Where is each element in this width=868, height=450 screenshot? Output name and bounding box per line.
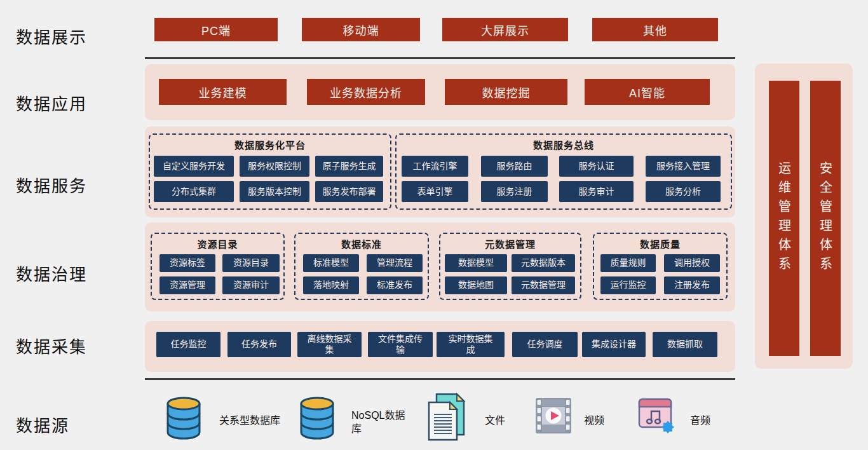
governance-item: 元数据管理 (512, 276, 575, 294)
governance-item: 资源管理 (159, 276, 215, 294)
collection-item: 任务调度 (512, 332, 578, 357)
source-label: 视频 (584, 414, 604, 428)
source-label: NoSQL数据库 (351, 409, 407, 436)
display-block-mobile: 移动端 (302, 18, 420, 41)
service-item: 工作流引擎 (402, 156, 468, 177)
governance-item: 注册发布 (664, 276, 720, 294)
ops-management-label: 运维管理体系 (775, 161, 794, 276)
audio-icon (637, 395, 677, 436)
source-label: 音频 (690, 414, 710, 428)
governance-item: 资源目录 (222, 254, 280, 272)
governance-item: 调用授权 (664, 254, 720, 272)
governance-item: 元数据版本 (512, 254, 575, 272)
governance-item: 资源标签 (159, 254, 215, 272)
application-block: 数据挖掘 (445, 79, 567, 105)
security-management-bar: 安全管理体系 (810, 81, 841, 356)
collection-item: 集成设计器 (582, 332, 646, 357)
service-item: 分布式集群 (154, 181, 234, 202)
service-item: 服务接入管理 (646, 156, 721, 177)
service-item: 服务认证 (559, 156, 634, 177)
display-block-bigscreen: 大屏展示 (442, 18, 568, 41)
collection-item: 文件集成传输 (368, 332, 433, 357)
governance-group-title: 数据标准 (295, 237, 428, 250)
governance-item: 运行监控 (600, 276, 656, 294)
collection-item: 任务发布 (227, 332, 291, 357)
collection-item: 离线数据采集 (297, 332, 362, 357)
governance-group-title: 元数据管理 (440, 237, 580, 250)
file-icon (426, 392, 466, 442)
collection-item: 任务监控 (156, 332, 220, 357)
governance-group-title: 资源目录 (152, 237, 283, 250)
application-block: 业务建模 (159, 79, 287, 105)
governance-group-title: 数据质量 (594, 237, 726, 250)
collection-item: 实时数据集成 (437, 332, 505, 357)
service-item: 服务分析 (646, 181, 721, 202)
application-block: 业务数据分析 (307, 79, 425, 105)
security-management-label: 安全管理体系 (817, 161, 835, 276)
database-icon (164, 395, 203, 441)
layer-label-source: 数据源 (16, 412, 69, 436)
service-item: 服务注册 (481, 181, 548, 202)
governance-item: 数据地图 (445, 276, 507, 294)
display-block-other: 其他 (592, 18, 718, 41)
governance-item: 标准发布 (367, 276, 423, 294)
source-label: 关系型数据库 (219, 414, 280, 428)
application-block: AI智能 (585, 79, 710, 105)
database-icon (297, 395, 337, 441)
service-item: 自定义服务开发 (154, 156, 234, 177)
governance-item: 数据模型 (445, 254, 507, 272)
layer-label-collection: 数据采集 (16, 334, 87, 357)
service-item: 服务路由 (481, 156, 548, 177)
service-item: 表单引擎 (402, 181, 468, 202)
display-block-pc: PC端 (154, 18, 278, 41)
layer-label-display: 数据展示 (16, 24, 87, 48)
layer-label-service: 数据服务 (16, 173, 87, 196)
service-item: 服务发布部署 (315, 181, 383, 202)
governance-item: 落地映射 (303, 276, 359, 294)
governance-item: 标准模型 (303, 254, 359, 272)
service-item: 服务版本控制 (240, 181, 309, 202)
separator-line (145, 378, 735, 380)
governance-item: 资源审计 (222, 276, 280, 294)
layer-label-governance: 数据治理 (16, 261, 87, 285)
collection-item: 数据抓取 (653, 332, 717, 357)
service-group-title: 数据服务化平台 (150, 138, 390, 151)
governance-item: 质量规则 (600, 254, 656, 272)
ops-management-bar: 运维管理体系 (769, 81, 799, 356)
service-item: 服务权限控制 (240, 156, 309, 177)
separator-line (145, 57, 735, 59)
video-icon (535, 394, 572, 437)
architecture-diagram: 数据展示 数据应用 数据服务 数据治理 数据采集 数据源 PC端 移动端 大屏展… (0, 0, 868, 450)
layer-label-application: 数据应用 (16, 91, 87, 114)
governance-item: 管理流程 (367, 254, 423, 272)
service-item: 服务审计 (559, 181, 634, 202)
service-item: 原子服务生成 (315, 156, 383, 177)
service-group-title: 数据服务总线 (397, 138, 731, 151)
source-label: 文件 (485, 414, 505, 428)
